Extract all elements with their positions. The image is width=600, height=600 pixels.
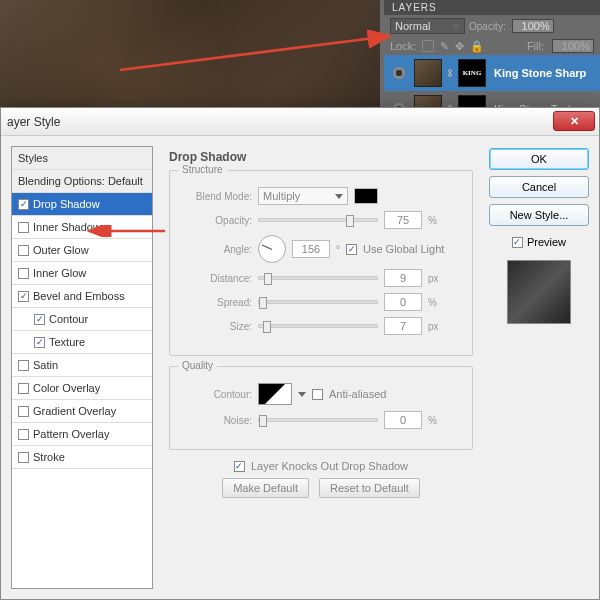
fx-label: Stroke xyxy=(33,451,65,463)
make-default-button[interactable]: Make Default xyxy=(222,478,309,498)
unit-px: px xyxy=(428,321,439,332)
opacity-slider[interactable] xyxy=(258,218,378,222)
checkbox-icon[interactable] xyxy=(18,383,29,394)
fx-gradient-overlay[interactable]: Gradient Overlay xyxy=(12,400,152,423)
checkbox-icon[interactable]: ✓ xyxy=(34,314,45,325)
fx-drop-shadow[interactable]: ✓Drop Shadow xyxy=(12,193,152,216)
checkbox-icon[interactable]: ✓ xyxy=(18,199,29,210)
fx-outer-glow[interactable]: Outer Glow xyxy=(12,239,152,262)
ok-button[interactable]: OK xyxy=(489,148,589,170)
lock-brush-icon[interactable]: ✎ xyxy=(440,40,449,53)
distance-slider[interactable] xyxy=(258,276,378,280)
effects-list: Styles Blending Options: Default ✓Drop S… xyxy=(11,146,153,589)
preview-thumbnail xyxy=(507,260,571,324)
checkbox-icon[interactable] xyxy=(18,245,29,256)
dialog-titlebar[interactable]: ayer Style ✕ xyxy=(1,108,599,136)
noise-value[interactable]: 0 xyxy=(384,411,422,429)
checkbox-icon[interactable] xyxy=(18,452,29,463)
opacity-value[interactable]: 75 xyxy=(384,211,422,229)
fx-inner-shadow[interactable]: Inner Shadow xyxy=(12,216,152,239)
unit-px: px xyxy=(428,273,439,284)
distance-value[interactable]: 9 xyxy=(384,269,422,287)
blend-mode-dropdown[interactable]: Normal xyxy=(390,18,465,34)
opacity-label: Opacity: xyxy=(182,215,252,226)
lock-all-icon[interactable]: 🔒 xyxy=(470,40,484,53)
dialog-title: ayer Style xyxy=(7,115,60,129)
quality-group: Quality Contour: Anti-aliased Noise: 0 % xyxy=(169,366,473,450)
fx-label: Color Overlay xyxy=(33,382,100,394)
size-value[interactable]: 7 xyxy=(384,317,422,335)
quality-legend: Quality xyxy=(178,360,217,371)
fx-pattern-overlay[interactable]: Pattern Overlay xyxy=(12,423,152,446)
checkbox-icon[interactable] xyxy=(18,429,29,440)
antialiased-checkbox[interactable] xyxy=(312,389,323,400)
preview-checkbox[interactable]: ✓ xyxy=(512,237,523,248)
shadow-color-swatch[interactable] xyxy=(354,188,378,204)
knockout-checkbox[interactable]: ✓ xyxy=(234,461,245,472)
reset-default-button[interactable]: Reset to Default xyxy=(319,478,420,498)
fx-texture[interactable]: ✓Texture xyxy=(12,331,152,354)
angle-label: Angle: xyxy=(182,244,252,255)
checkbox-icon[interactable] xyxy=(18,222,29,233)
lock-transparency-icon[interactable] xyxy=(422,40,434,52)
fx-label: Inner Shadow xyxy=(33,221,101,233)
fx-label: Bevel and Emboss xyxy=(33,290,125,302)
fx-label: Satin xyxy=(33,359,58,371)
checkbox-icon[interactable]: ✓ xyxy=(18,291,29,302)
blend-mode-label: Blend Mode: xyxy=(182,191,252,202)
angle-value[interactable]: 156 xyxy=(292,240,330,258)
spread-slider[interactable] xyxy=(258,300,378,304)
global-light-checkbox[interactable]: ✓ xyxy=(346,244,357,255)
lock-move-icon[interactable]: ✥ xyxy=(455,40,464,53)
antialiased-label: Anti-aliased xyxy=(329,388,386,400)
spread-label: Spread: xyxy=(182,297,252,308)
opacity-field[interactable]: 100% xyxy=(512,19,554,33)
fx-label: Outer Glow xyxy=(33,244,89,256)
contour-picker[interactable] xyxy=(258,383,292,405)
fx-color-overlay[interactable]: Color Overlay xyxy=(12,377,152,400)
opacity-label: Opacity: xyxy=(469,21,506,32)
cancel-button[interactable]: Cancel xyxy=(489,176,589,198)
settings-pane: Drop Shadow Structure Blend Mode: Multip… xyxy=(161,146,481,589)
blend-mode-value: Multiply xyxy=(263,190,300,202)
fx-bevel-emboss[interactable]: ✓Bevel and Emboss xyxy=(12,285,152,308)
angle-dial[interactable] xyxy=(258,235,286,263)
unit-percent: % xyxy=(428,215,437,226)
styles-header[interactable]: Styles xyxy=(12,147,152,170)
checkbox-icon[interactable] xyxy=(18,406,29,417)
blend-mode-select[interactable]: Multiply xyxy=(258,187,348,205)
fx-contour[interactable]: ✓Contour xyxy=(12,308,152,331)
size-slider[interactable] xyxy=(258,324,378,328)
checkbox-icon[interactable] xyxy=(18,268,29,279)
chevron-down-icon xyxy=(335,194,343,199)
fx-label: Gradient Overlay xyxy=(33,405,116,417)
close-button[interactable]: ✕ xyxy=(553,111,595,131)
chevron-down-icon[interactable] xyxy=(298,392,306,397)
new-style-button[interactable]: New Style... xyxy=(489,204,589,226)
checkbox-icon[interactable] xyxy=(18,360,29,371)
fill-field[interactable]: 100% xyxy=(552,39,594,53)
layer-mask-thumbnail[interactable]: KING xyxy=(458,59,486,87)
noise-slider[interactable] xyxy=(258,418,378,422)
close-icon: ✕ xyxy=(570,115,579,128)
lock-label: Lock: xyxy=(390,40,416,52)
blend-mode-value: Normal xyxy=(395,20,430,32)
fx-stroke[interactable]: Stroke xyxy=(12,446,152,469)
layer-name: King Stone Sharp xyxy=(494,67,586,79)
visibility-eye-icon[interactable] xyxy=(392,66,406,80)
chevron-down-icon xyxy=(452,24,460,29)
checkbox-icon[interactable]: ✓ xyxy=(34,337,45,348)
fx-satin[interactable]: Satin xyxy=(12,354,152,377)
layers-panel-title: LAYERS xyxy=(384,0,600,15)
unit-percent: % xyxy=(428,415,437,426)
blending-options[interactable]: Blending Options: Default xyxy=(12,170,152,193)
spread-value[interactable]: 0 xyxy=(384,293,422,311)
layer-row[interactable]: KING King Stone Sharp xyxy=(384,55,600,91)
layer-thumbnail[interactable] xyxy=(414,59,442,87)
fx-inner-glow[interactable]: Inner Glow xyxy=(12,262,152,285)
global-light-label: Use Global Light xyxy=(363,243,444,255)
fill-label: Fill: xyxy=(527,40,544,52)
unit-percent: % xyxy=(428,297,437,308)
contour-label: Contour: xyxy=(182,389,252,400)
fx-label: Inner Glow xyxy=(33,267,86,279)
